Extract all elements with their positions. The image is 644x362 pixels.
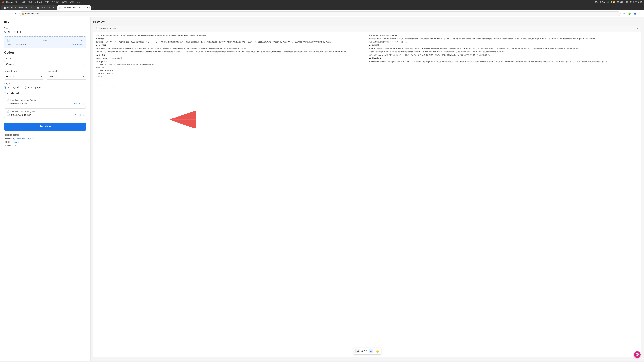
clock: 00:05:04 bbox=[617, 1, 624, 3]
gui-link[interactable]: Rongxin bbox=[12, 141, 20, 143]
type-file-label[interactable]: File bbox=[4, 31, 11, 33]
pdf-right-para-3: 此外，所有模型在推理时都使用 Polyak 平均 [11] 进行评估。 bbox=[369, 41, 638, 43]
pdf-bullet-jft-details: - 优化器：RMSprop [22] bbox=[96, 69, 366, 72]
menu-bookmarks[interactable]: 书签 bbox=[45, 1, 49, 3]
download-dual-size[interactable]: 1.5 MB ↓ bbox=[75, 114, 84, 116]
pdf-bullet-jft-val: - 0.001 bbox=[96, 75, 366, 78]
download-mono-item: 📄 Download Translation (Mono) 1610.02357… bbox=[4, 97, 86, 107]
menu-view[interactable]: 查看 bbox=[28, 1, 32, 3]
total-pages: 8 bbox=[366, 350, 368, 353]
translated-section: Translated 📄 Download Translation (Mono)… bbox=[4, 91, 86, 118]
pages-all-radio[interactable] bbox=[4, 86, 6, 89]
menu-tabs[interactable]: 标签页 bbox=[62, 1, 68, 3]
tab-2-close[interactable]: ✕ bbox=[53, 6, 55, 9]
tab-2-label: 1706.03762 bbox=[41, 6, 51, 9]
pages-first5-label[interactable]: First 5 pages bbox=[25, 86, 42, 89]
menu-profile[interactable]: 个人资料 bbox=[51, 1, 59, 3]
download-mono-size[interactable]: 795.7 KB ↓ bbox=[73, 102, 84, 105]
extension-button[interactable]: 🧩 bbox=[627, 11, 632, 16]
pdf-para-1: 类似于 Inception V2 或 V3 等架构，它们定义起来要复杂得多。使用… bbox=[96, 34, 366, 37]
tab-1-close[interactable]: ✕ bbox=[31, 6, 33, 9]
menu-help[interactable]: 帮助 bbox=[76, 1, 80, 3]
tab-1-favicon: 📄 bbox=[3, 6, 6, 9]
pages-first-label[interactable]: First bbox=[14, 86, 21, 89]
file-info: 1610.02357v3.pdf 785.6 KB ↓ bbox=[7, 43, 83, 46]
next-page-button[interactable]: ▶ bbox=[369, 349, 374, 354]
github-link[interactable]: Byaidu/PDFMathTranslate bbox=[12, 137, 36, 140]
type-link-label[interactable]: Link bbox=[14, 31, 22, 33]
download-dual-header: 📄 Download Translation (Dual) bbox=[6, 110, 84, 113]
menu-window[interactable]: 窗口 bbox=[70, 1, 74, 3]
pdf-right-heading-43: 4.3. 正则化配置 bbox=[369, 44, 638, 46]
back-button[interactable]: ← bbox=[1, 11, 6, 16]
address-bar[interactable]: 🔒 localhost:7860 bbox=[20, 11, 620, 16]
type-file-radio[interactable] bbox=[4, 31, 6, 33]
service-select[interactable]: Google DeepL Bing bbox=[4, 61, 86, 67]
tech-github: - GitHub: Byaidu/PDFMathTranslate bbox=[4, 137, 86, 141]
pdf-columns: 类似于 Inception V2 或 V3 等架构，它们定义起来要复杂得多。使用… bbox=[94, 32, 641, 356]
pdf-footnote: ²https://keras.io/applications/#xception bbox=[96, 84, 366, 87]
prev-page-button[interactable]: ◀ bbox=[355, 349, 360, 354]
translated-title: Translated bbox=[4, 91, 86, 95]
preview-doc-icon: 📄 bbox=[96, 27, 98, 30]
file-doc-icon: 📄 bbox=[7, 39, 10, 41]
file-section-title: File bbox=[4, 21, 86, 24]
tab-3[interactable]: 📄 PDFMathTranslate - PDF Tran... ✕ bbox=[57, 5, 90, 10]
menu-history[interactable]: 历史记录 bbox=[34, 1, 42, 3]
preview-title: Preview bbox=[93, 20, 641, 24]
browser-tab-bar: 📄 PDFMathTranslate/docs/REA... ✕ 📰 1706.… bbox=[0, 4, 644, 10]
profile-button[interactable]: 👤 bbox=[632, 11, 637, 16]
preview-close-button[interactable]: ✕ bbox=[636, 27, 639, 30]
lock-icon: 🔒 bbox=[22, 12, 24, 15]
page-content: File Type File Link 📄 File ✕ bbox=[0, 17, 644, 361]
forward-button[interactable]: → bbox=[8, 11, 12, 16]
type-group: Type File Link bbox=[4, 27, 86, 33]
help-button[interactable]: 💬 bbox=[634, 351, 641, 358]
reload-button[interactable]: ↻ bbox=[14, 11, 18, 16]
translate-from-select[interactable]: English Chinese French German Japanese bbox=[4, 73, 44, 80]
download-mono-icon: 📄 bbox=[6, 99, 9, 101]
pdf-left-column: 类似于 Inception V2 或 V3 等架构，它们定义起来要复杂得多。使用… bbox=[96, 34, 366, 353]
menu-file[interactable]: 文件 bbox=[16, 1, 20, 3]
right-panel: Preview 📄 Document Preview ✕ 类似于 Incepti… bbox=[90, 17, 644, 361]
download-dual-info: 1610.02357v3-dual.pdf 1.5 MB ↓ bbox=[6, 114, 84, 116]
file-name: 1610.02357v3.pdf bbox=[7, 43, 26, 46]
file-upload-box[interactable]: 📄 File ✕ 1610.02357v3.pdf 785.6 KB ↓ bbox=[4, 36, 86, 48]
pages-all-label[interactable]: All bbox=[4, 86, 10, 89]
translate-from-wrapper: English Chinese French German Japanese ▾ bbox=[4, 73, 44, 80]
menu-edit[interactable]: 修改 bbox=[22, 1, 26, 3]
date: 1月15日 周三 18:19 bbox=[626, 1, 642, 3]
current-page: 4 bbox=[362, 350, 363, 353]
type-file-text: File bbox=[8, 31, 11, 33]
translate-button[interactable]: Translate bbox=[4, 122, 86, 131]
preview-container: 📄 Document Preview ✕ 类似于 Inception V2 或 … bbox=[93, 26, 641, 358]
more-button[interactable]: ⋮ bbox=[638, 11, 643, 16]
type-link-text: Link bbox=[17, 31, 22, 33]
tab-1[interactable]: 📄 PDFMathTranslate/docs/REA... ✕ bbox=[1, 5, 35, 10]
page-separator: / bbox=[364, 350, 365, 353]
apple-icon[interactable]: 🍎 bbox=[2, 1, 4, 3]
translate-to-group: Translate to English Chinese French Germ… bbox=[46, 70, 86, 80]
pages-label: Pages bbox=[4, 82, 86, 85]
new-tab-button[interactable]: + bbox=[90, 5, 95, 10]
tab-2[interactable]: 📰 1706.03762 ✕ bbox=[35, 5, 57, 10]
download-dual-item: 📄 Download Translation (Dual) 1610.02357… bbox=[4, 108, 86, 118]
service-label: Service bbox=[4, 57, 86, 60]
file-close-button[interactable]: ✕ bbox=[80, 38, 83, 42]
download-dual-filename: 1610.02357v3-dual.pdf bbox=[6, 114, 30, 116]
pdf-right-column: — 学习率衰减：每 3,000,000 个样本衰减 0.9 对于这两个数据集，X… bbox=[369, 34, 638, 353]
pages-first-radio[interactable] bbox=[14, 86, 16, 89]
translate-to-select[interactable]: English Chinese French German Japanese bbox=[46, 73, 86, 80]
pages-first-text: First bbox=[17, 86, 21, 89]
pdf-right-para-7: 所有网络均使用 TensorFlow 框架 [1] 实现，并在 60 个 NVI… bbox=[369, 61, 638, 63]
preview-tab-label: Document Preview bbox=[99, 27, 116, 30]
pages-first5-radio[interactable] bbox=[25, 86, 27, 89]
bookmark-button[interactable]: ☆ bbox=[622, 11, 626, 16]
pages-selector: All First First 5 pages bbox=[4, 86, 86, 89]
download-dual-icon: 📄 bbox=[6, 110, 9, 113]
tab-3-favicon: 📄 bbox=[59, 6, 62, 9]
preview-content: 类似于 Inception V2 或 V3 等架构，它们定义起来要复杂得多。使用… bbox=[94, 32, 641, 356]
network-speed: 9KB/s↑ 0KB/s↓ bbox=[593, 1, 606, 3]
type-link-radio[interactable] bbox=[14, 31, 16, 33]
tech-version: - Version: 1.8.8 bbox=[4, 144, 86, 148]
